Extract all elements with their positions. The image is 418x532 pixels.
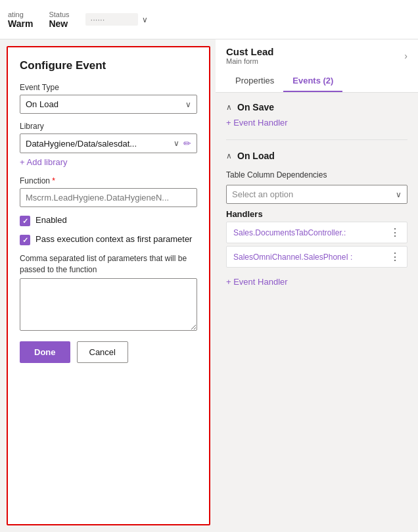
- warm-field: ating Warm: [8, 11, 33, 29]
- library-label: Library: [20, 122, 197, 131]
- button-row: Done Cancel: [20, 341, 197, 363]
- cust-lead-info: Cust Lead Main form: [226, 46, 274, 65]
- status-field: Status New: [49, 11, 69, 29]
- pencil-icon[interactable]: ✏: [183, 138, 191, 149]
- handler-2-name[interactable]: SalesOmniChannel.SalesPhoneI :: [233, 253, 352, 262]
- handlers-label: Handlers: [226, 209, 407, 219]
- on-load-title: On Load: [237, 151, 275, 161]
- owner-value: ······: [85, 13, 138, 26]
- cust-lead-subtitle: Main form: [226, 57, 274, 65]
- right-body: ∧ On Save + Event Handler ∧ On Load Tabl…: [216, 93, 418, 297]
- handlers-section: Handlers Sales.DocumentsTabController.: …: [226, 209, 407, 270]
- pass-context-row: ✓ Pass execution context as first parame…: [20, 234, 197, 245]
- event-type-group: Event Type On Load ∨: [20, 83, 197, 114]
- pass-context-label: Pass execution context as first paramete…: [35, 234, 192, 244]
- enabled-label: Enabled: [35, 215, 67, 225]
- event-type-select[interactable]: On Load ∨: [20, 95, 197, 114]
- on-save-header: ∧ On Save: [226, 102, 407, 112]
- params-group: Comma separated list of parameters that …: [20, 253, 197, 331]
- pass-context-check-icon: ✓: [22, 236, 28, 245]
- tab-events[interactable]: Events (2): [283, 70, 342, 92]
- on-save-chevron-icon[interactable]: ∧: [226, 103, 232, 112]
- warm-label: ating: [8, 11, 24, 18]
- cust-lead-title: Cust Lead: [226, 46, 274, 57]
- done-button[interactable]: Done: [20, 341, 70, 363]
- on-load-section: ∧ On Load Table Column Dependencies Sele…: [226, 151, 407, 288]
- enabled-check-icon: ✓: [22, 217, 28, 226]
- panel-title: Configure Event: [20, 59, 197, 72]
- on-load-header: ∧ On Load: [226, 151, 407, 161]
- tab-properties[interactable]: Properties: [226, 70, 283, 92]
- owner-field[interactable]: ······ ∨: [85, 13, 148, 26]
- table-col-placeholder: Select an option: [232, 189, 293, 199]
- add-event-handler-save-button[interactable]: + Event Handler: [226, 116, 407, 129]
- library-actions: ∨ ✏: [174, 138, 191, 149]
- function-input[interactable]: [20, 188, 197, 207]
- function-group: Function: [20, 176, 197, 207]
- library-chevron-icon[interactable]: ∨: [174, 139, 179, 148]
- top-bar: ating Warm Status New ······ ∨: [0, 0, 418, 39]
- cust-lead-row: Cust Lead Main form ›: [226, 46, 407, 65]
- table-col-group: Table Column Dependencies Select an opti…: [226, 170, 407, 204]
- event-type-chevron-icon: ∨: [185, 100, 191, 109]
- library-group: Library DataHygiene/Data/salesdat... ∨ ✏…: [20, 122, 197, 168]
- table-col-label: Table Column Dependencies: [226, 170, 407, 180]
- status-value: New: [49, 18, 68, 29]
- table-col-chevron-icon: ∨: [396, 190, 402, 199]
- on-save-section: ∧ On Save + Event Handler: [226, 102, 407, 129]
- event-type-value: On Load: [26, 99, 58, 109]
- table-col-select[interactable]: Select an option ∨: [226, 185, 407, 204]
- status-label: Status: [49, 11, 69, 18]
- handler-1: Sales.DocumentsTabController.: ⋮: [226, 222, 407, 243]
- main-layout: Configure Event Event Type On Load ∨ Lib…: [0, 39, 418, 532]
- right-panel: Cust Lead Main form › Properties Events …: [216, 39, 418, 532]
- on-save-title: On Save: [237, 102, 274, 112]
- handler-2: SalesOmniChannel.SalesPhoneI : ⋮: [226, 246, 407, 268]
- pass-context-checkbox[interactable]: ✓: [20, 235, 30, 245]
- handler-1-name[interactable]: Sales.DocumentsTabController.:: [233, 228, 346, 237]
- owner-chevron-icon[interactable]: ∨: [142, 15, 148, 24]
- cancel-button[interactable]: Cancel: [77, 341, 128, 363]
- library-value: DataHygiene/Data/salesdat...: [26, 139, 137, 149]
- params-textarea[interactable]: [20, 278, 197, 331]
- event-type-label: Event Type: [20, 83, 197, 92]
- enabled-row: ✓ Enabled: [20, 215, 197, 226]
- library-row: DataHygiene/Data/salesdat... ∨ ✏: [20, 133, 197, 153]
- enabled-checkbox[interactable]: ✓: [20, 216, 30, 226]
- handler-2-menu-icon[interactable]: ⋮: [390, 251, 400, 263]
- function-label: Function: [20, 176, 197, 185]
- add-library-button[interactable]: + Add library: [20, 156, 197, 168]
- params-label: Comma separated list of parameters that …: [20, 253, 197, 276]
- tabs-row: Properties Events (2): [226, 70, 407, 92]
- section-divider: [226, 139, 407, 140]
- add-event-handler-load-button[interactable]: + Event Handler: [226, 276, 407, 288]
- cust-lead-chevron-icon[interactable]: ›: [404, 51, 407, 61]
- configure-event-panel: Configure Event Event Type On Load ∨ Lib…: [7, 46, 210, 525]
- handler-1-menu-icon[interactable]: ⋮: [390, 226, 400, 239]
- right-header: Cust Lead Main form › Properties Events …: [216, 39, 418, 93]
- warm-value: Warm: [8, 18, 33, 29]
- on-load-chevron-icon[interactable]: ∧: [226, 151, 232, 160]
